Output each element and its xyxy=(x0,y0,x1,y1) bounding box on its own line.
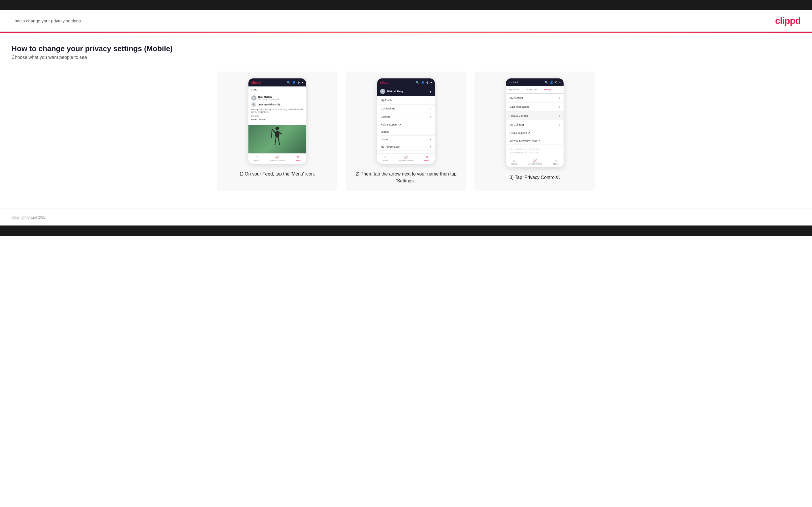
chevron-down-icon: ▾ xyxy=(430,81,432,84)
home-icon: ⌂ xyxy=(255,155,257,159)
svg-line-3 xyxy=(280,132,282,134)
settings-icon: ⚙ xyxy=(426,81,429,84)
arrow-icon: › xyxy=(559,96,560,100)
search-icon: 🔍 xyxy=(416,81,419,84)
home-icon: ⌂ xyxy=(384,155,386,159)
phone1-logo: clippd xyxy=(251,81,260,84)
menu-item-my-profile[interactable]: My Profile xyxy=(377,96,435,105)
lesson-icon: 🏌 xyxy=(251,102,256,107)
settings-item-data-integrations[interactable]: Data Integrations › xyxy=(506,103,564,111)
privacy-controls-label: Privacy Controls xyxy=(509,114,528,117)
header: How to change your privacy settings clip… xyxy=(0,10,812,32)
settings-item-service-privacy[interactable]: Service & Privacy Policy ↗ xyxy=(506,137,564,145)
performance-icon: 📈 xyxy=(404,155,408,159)
phone2-nav-bar: clippd 🔍 👤 ⚙ ▾ xyxy=(377,78,435,87)
my-golf-bag-label: My Golf Bag xyxy=(509,123,524,126)
menu-section-performance[interactable]: My Performance ▾ xyxy=(377,143,435,151)
help-label: Help & Support ↗ xyxy=(381,123,401,126)
performance-label: My Performance xyxy=(399,159,413,161)
search-icon: 🔍 xyxy=(545,81,548,84)
settings-tabs: My Profile Connections Settings xyxy=(506,86,564,94)
chevron-up-icon: ▲ xyxy=(429,90,432,93)
user-icon: 👤 xyxy=(421,81,424,84)
menu-item-settings[interactable]: Settings xyxy=(377,113,435,121)
chevron-down-icon: ▾ xyxy=(559,81,561,84)
home-label: Home xyxy=(511,163,517,165)
settings-item-help[interactable]: Help & Support ↗ xyxy=(506,129,564,137)
main-content: How to change your privacy settings (Mob… xyxy=(0,33,812,209)
performance-label: My Performance xyxy=(270,159,285,161)
my-account-label: My Account xyxy=(509,97,523,99)
top-bar xyxy=(0,0,812,10)
chevron-down-icon: ▾ xyxy=(430,137,431,141)
nav-menu: ≡ Menu xyxy=(553,159,558,165)
step-2-card: clippd 🔍 👤 ⚙ ▾ B Blair McHarg ▲ xyxy=(346,71,466,191)
menu-section-home[interactable]: Home ▾ xyxy=(377,135,435,143)
section-performance-label: My Performance xyxy=(381,145,400,148)
search-icon: 🔍 xyxy=(287,81,291,84)
settings-icon: ⚙ xyxy=(297,81,300,84)
section-home-label: Home xyxy=(381,138,388,141)
nav-performance: 📈 My Performance xyxy=(270,155,285,161)
step-1-description: 1) On your Feed, tap the 'Menu' icon. xyxy=(239,171,315,177)
header-title: How to change your privacy settings xyxy=(11,18,81,23)
nav-home: ⌂ Home xyxy=(511,159,517,165)
phone1-icons: 🔍 👤 ⚙ ▾ xyxy=(287,81,303,84)
page-heading: How to change your privacy settings (Mob… xyxy=(11,44,801,53)
performance-icon: 📈 xyxy=(533,159,537,162)
menu-user-name: Blair McHarg xyxy=(387,90,403,93)
back-arrow-icon: ‹ xyxy=(509,81,510,84)
version-line1: Clippd Client Version: 2022.8.3-3 xyxy=(509,148,560,151)
tab-settings[interactable]: Settings xyxy=(541,86,555,93)
copyright-text: Copyright Clippd 2022 xyxy=(11,215,46,219)
settings-item-my-account[interactable]: My Account › xyxy=(506,94,564,103)
menu-label: Menu xyxy=(553,163,558,165)
phone2-logo: clippd xyxy=(380,81,389,84)
arrow-icon: › xyxy=(559,105,560,109)
golfer-silhouette xyxy=(271,126,284,152)
menu-item-connections[interactable]: Connections xyxy=(377,105,435,113)
avatar: B xyxy=(251,95,256,101)
phone2-bottom-nav: ⌂ Home 📈 My Performance ✕ Menu xyxy=(377,153,435,164)
arrow-icon: › xyxy=(559,123,560,127)
bottom-bar xyxy=(0,225,812,236)
author-sub: Yesterday · Sunningdale xyxy=(258,98,280,100)
feed-label: Feed xyxy=(251,88,257,91)
menu-icon: ≡ xyxy=(555,159,557,162)
svg-line-5 xyxy=(278,137,280,145)
nav-menu: ≡ Menu xyxy=(296,155,301,161)
back-button[interactable]: ‹ < Back xyxy=(509,81,519,84)
tab-my-profile[interactable]: My Profile xyxy=(506,86,522,93)
phone1-nav-bar: clippd 🔍 👤 ⚙ ▾ xyxy=(248,78,306,87)
settings-item-my-golf-bag[interactable]: My Golf Bag › xyxy=(506,120,564,129)
nav-performance: 📈 My Performance xyxy=(527,159,542,165)
user-icon: 👤 xyxy=(550,81,553,84)
nav-menu: ✕ Menu xyxy=(424,155,429,161)
arrow-icon: › xyxy=(559,114,560,118)
my-profile-label: My Profile xyxy=(381,99,392,102)
post-body-text: Looking to feel like my hands are exitin… xyxy=(251,108,303,113)
duration-value: 01 hr : 30 min xyxy=(251,118,303,121)
svg-point-1 xyxy=(275,131,280,137)
performance-icon: 📈 xyxy=(275,155,280,159)
phone1-post: B Blair McHarg Yesterday · Sunningdale 🏌… xyxy=(248,93,306,125)
phone-1-mockup: clippd 🔍 👤 ⚙ ▾ Feed B xyxy=(248,78,306,164)
version-info: Clippd Client Version: 2022.8.3-3 SQL Se… xyxy=(506,145,564,157)
nav-home: ⌂ Home xyxy=(254,155,259,161)
home-label: Home xyxy=(254,159,259,161)
service-privacy-label: Service & Privacy Policy ↗ xyxy=(509,139,541,142)
phone1-feed-tab: Feed xyxy=(248,87,306,93)
menu-item-logout[interactable]: Logout xyxy=(377,128,435,135)
phone1-bottom-nav: ⌂ Home 📈 My Performance ≡ Menu xyxy=(248,153,306,164)
duration-label: Duration xyxy=(251,115,303,117)
menu-item-help[interactable]: Help & Support ↗ xyxy=(377,121,435,128)
step-3-card: ‹ < Back 🔍 👤 ⚙ ▾ My Profile Connections … xyxy=(474,71,595,191)
settings-item-privacy-controls[interactable]: Privacy Controls › xyxy=(506,111,564,120)
data-integrations-label: Data Integrations xyxy=(509,105,529,108)
footer: Copyright Clippd 2022 xyxy=(0,209,812,225)
lesson-title: Lesson with Fordy xyxy=(258,103,281,106)
help-support-label: Help & Support ↗ xyxy=(509,131,530,134)
chevron-down-icon: ▾ xyxy=(302,81,303,84)
author-name: Blair McHarg xyxy=(258,96,280,98)
tab-connections[interactable]: Connections xyxy=(522,86,541,93)
